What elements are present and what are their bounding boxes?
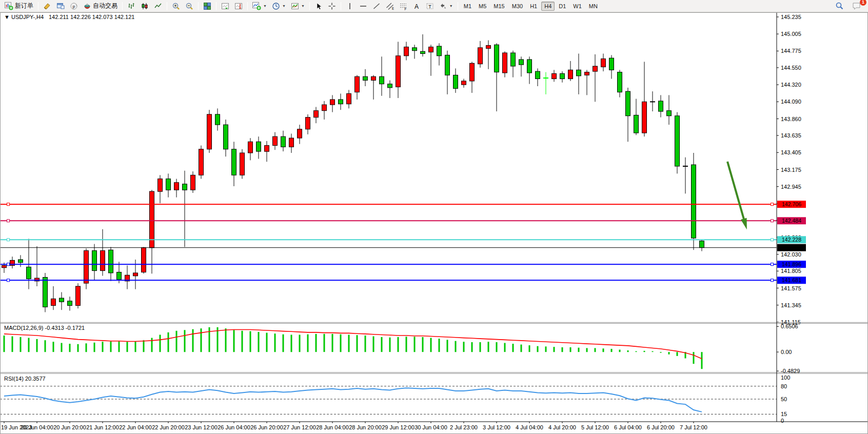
text-button[interactable]: A	[410, 1, 423, 11]
timeframe-m5[interactable]: M5	[476, 2, 489, 11]
macd-hist-bar	[586, 348, 588, 352]
autotrade-label: 自动交易	[93, 2, 117, 10]
timeframe-h4[interactable]: H4	[541, 2, 555, 11]
macd-hist-bar	[660, 352, 662, 353]
hline-handle[interactable]	[771, 203, 774, 206]
hline-handle[interactable]	[771, 263, 774, 266]
line-chart-button[interactable]	[152, 1, 164, 11]
svg-text:E: E	[392, 6, 394, 10]
signal-button[interactable]: p	[68, 1, 80, 11]
time-tick-label: 29 Jun 12:00	[382, 424, 415, 430]
autotrade-button[interactable]: 自动交易	[81, 1, 120, 11]
macd-hist-bar	[463, 342, 465, 352]
macd-hist-bar	[627, 350, 629, 352]
hline-handle[interactable]	[7, 203, 10, 206]
hline-button[interactable]	[357, 1, 369, 11]
rsi-tick-label: 50	[781, 396, 787, 402]
macd-hist-bar	[644, 351, 645, 352]
macd-hist-bar	[53, 342, 54, 352]
macd-hist-bar	[422, 337, 424, 352]
macd-hist-bar	[45, 340, 46, 352]
zoom-out-button[interactable]	[183, 1, 195, 11]
zoom-in-button[interactable]	[170, 1, 182, 11]
chart-background	[0, 12, 868, 434]
styler-button[interactable]	[41, 1, 53, 11]
channel-button[interactable]: E	[384, 1, 396, 11]
timeframe-m30[interactable]: M30	[509, 2, 526, 11]
macd-hist-bar	[135, 342, 136, 352]
macd-hist-bar	[266, 333, 268, 352]
macd-hist-bar	[291, 335, 292, 352]
macd-hist-bar	[94, 343, 95, 352]
search-button[interactable]	[833, 1, 846, 11]
fibonacci-button[interactable]: F	[397, 1, 409, 11]
timeframe-w1[interactable]: W1	[570, 2, 585, 11]
tile-windows-button[interactable]	[201, 1, 213, 11]
hline-handle[interactable]	[771, 239, 774, 241]
macd-hist-bar	[176, 331, 177, 352]
line-chart-icon	[154, 2, 162, 10]
notifications-button[interactable]: 1	[850, 1, 863, 11]
bar-chart-button[interactable]	[125, 1, 137, 11]
hline-price-label: 142.228	[782, 236, 801, 243]
toolbar-right-group: 1	[833, 1, 866, 11]
hline-handle[interactable]	[7, 239, 10, 241]
label-button[interactable]: T	[424, 1, 436, 11]
text-icon: A	[412, 2, 421, 10]
search-icon	[835, 2, 844, 10]
label-icon: T	[426, 2, 434, 10]
macd-hist-bar	[299, 335, 301, 352]
timeframe-m15[interactable]: M15	[490, 2, 507, 11]
zoom-in-icon	[172, 2, 180, 10]
crosshair-button[interactable]	[326, 1, 338, 11]
hline-price-label: 142.484	[782, 218, 801, 224]
toolbar-separator	[216, 2, 216, 10]
macd-hist-bar	[365, 336, 366, 352]
hline-handle[interactable]	[7, 220, 10, 222]
auto-scroll-button[interactable]	[219, 1, 231, 11]
hline-handle[interactable]	[7, 263, 10, 266]
market-watch-button[interactable]	[54, 1, 67, 11]
macd-hist-bar	[636, 351, 637, 352]
period-clock-icon	[272, 2, 280, 10]
chart-shift-icon	[234, 2, 243, 10]
rsi-tick-label: 80	[781, 383, 787, 389]
new-order-button[interactable]: 新订单	[3, 1, 35, 11]
cursor-button[interactable]	[312, 1, 325, 11]
hline-handle[interactable]	[771, 279, 774, 282]
signal-icon: p	[70, 2, 78, 10]
timeframe-m1[interactable]: M1	[461, 2, 475, 11]
macd-hist-bar	[373, 337, 374, 352]
chart-shift-button[interactable]	[232, 1, 245, 11]
trendline-button[interactable]	[370, 1, 383, 11]
macd-hist-bar	[439, 339, 440, 352]
macd-tick-label: 0.6506	[781, 323, 798, 329]
macd-hist-bar	[389, 338, 391, 352]
timeframe-d1[interactable]: D1	[556, 2, 569, 11]
chart-window[interactable]: 145.235145.005144.775144.550144.320144.0…	[0, 12, 868, 434]
macd-hist-bar	[192, 329, 194, 352]
time-tick-label: 30 Jun 04:00	[415, 424, 447, 430]
crosshair-icon	[328, 2, 336, 10]
price-tick-label: 143.405	[781, 149, 801, 155]
macd-hist-bar	[504, 343, 506, 352]
macd-hist-bar	[521, 345, 522, 352]
macd-hist-bar	[701, 352, 703, 369]
candle-chart-button[interactable]	[139, 1, 151, 11]
vline-icon	[346, 2, 354, 10]
period-clock-button[interactable]: ▼	[270, 1, 288, 11]
macd-hist-bar	[12, 337, 13, 352]
macd-hist-bar	[348, 335, 350, 352]
hline-handle[interactable]	[771, 220, 774, 222]
svg-text:T: T	[428, 4, 431, 9]
hline-handle[interactable]	[7, 279, 10, 282]
new-chart-button[interactable]: ▼	[250, 1, 269, 11]
timeframe-mn[interactable]: MN	[586, 2, 601, 11]
arrows-button[interactable]: ▼	[437, 1, 455, 11]
chart-canvas[interactable]: 145.235145.005144.775144.550144.320144.0…	[0, 12, 868, 434]
timeframe-h1[interactable]: H1	[527, 2, 540, 11]
template-button[interactable]: ▼	[289, 1, 307, 11]
toolbar-separator	[341, 2, 341, 10]
vline-button[interactable]	[344, 1, 356, 11]
time-tick-label: 4 Jul 04:00	[516, 424, 543, 430]
